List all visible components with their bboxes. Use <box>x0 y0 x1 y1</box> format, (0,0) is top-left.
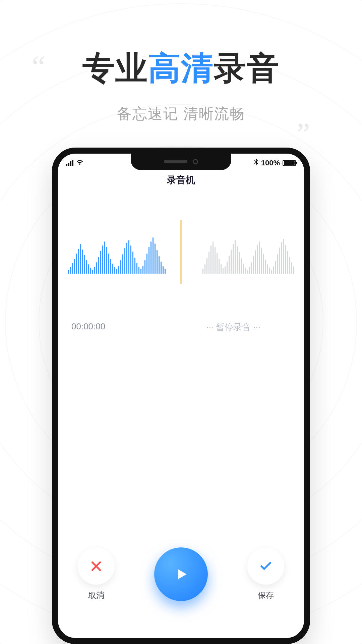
play-button[interactable] <box>154 547 208 601</box>
save-label: 保存 <box>258 590 274 601</box>
promo-title-pre: 专业 <box>82 50 148 86</box>
promo-title-highlight: 高清 <box>148 50 214 86</box>
waveform-pending <box>202 239 294 274</box>
waveform-area[interactable] <box>58 230 304 287</box>
waveform-recorded <box>68 237 166 274</box>
close-icon <box>89 559 103 573</box>
save-button[interactable] <box>247 548 284 585</box>
playhead-indicator <box>181 220 182 284</box>
promo-header: “ 专业高清录音 备忘速记 清晰流畅 ” <box>0 47 362 124</box>
close-quote-icon: ” <box>297 129 310 138</box>
play-icon <box>173 566 189 583</box>
controls-row: 取消 保存 <box>58 547 304 601</box>
cancel-button[interactable] <box>78 548 115 585</box>
check-icon <box>259 559 273 573</box>
open-quote-icon: “ <box>32 62 45 71</box>
app-screen: 录音机 00:00:00 ··· 暂停录音 ··· 取消 <box>58 154 304 638</box>
phone-frame: 100% 录音机 00:00:00 ··· 暂停录音 ··· 取消 <box>52 148 310 644</box>
recording-status: ··· 暂停录音 ··· <box>206 321 260 333</box>
cancel-label: 取消 <box>88 590 104 601</box>
app-title: 录音机 <box>58 174 304 186</box>
promo-title-post: 录音 <box>214 50 280 86</box>
elapsed-time: 00:00:00 <box>71 321 105 333</box>
promo-title: 专业高清录音 <box>0 47 362 91</box>
